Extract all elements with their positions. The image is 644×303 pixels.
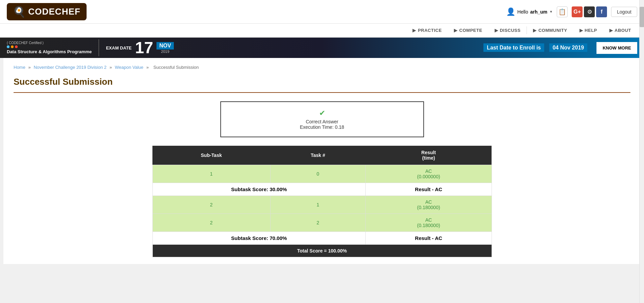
banner-dots [7, 45, 92, 48]
total-row: Total Score = 100.00% [152, 245, 492, 257]
exec-time: Execution Time: 0.18 [235, 124, 410, 130]
check-icon: ✔ [235, 109, 410, 118]
top-bar: 🍳 CODECHEF 👤 Hello arh_um ▼ 📋 G+ ⊙ f Log… [0, 0, 644, 24]
nav-discuss[interactable]: ▶ DISCUSS [489, 24, 527, 37]
cell-subtask: 1 [152, 165, 270, 183]
page-title: Successful Submission [14, 77, 630, 87]
know-more-button[interactable]: KNOW MORE [596, 42, 637, 54]
top-right: 👤 Hello arh_um ▼ 📋 G+ ⊙ f Logout [506, 6, 637, 17]
score-row: Subtask Score: 70.00% Result - AC [152, 232, 492, 245]
exam-day: 17 [135, 40, 153, 56]
cell-task: 0 [270, 165, 366, 183]
cell-subtask: 2 [152, 214, 270, 232]
table-row: 2 1 AC(0.180000) [152, 196, 492, 214]
banner-date-area: EXAM DATE 17 NOV 2019 [106, 40, 174, 56]
nav-practice-label: PRACTICE [418, 28, 442, 33]
dot-blue [7, 45, 10, 48]
logout-button[interactable]: Logout [611, 7, 637, 17]
hello-text: Hello [517, 9, 528, 15]
nav-help[interactable]: ▶ HELP [573, 24, 603, 37]
cell-result: AC(0.000000) [366, 165, 492, 183]
subtask-score-1: Subtask Score: 30.00% [152, 183, 366, 196]
title-divider [14, 92, 630, 93]
user-area: 👤 Hello arh_um ▼ [506, 7, 553, 16]
breadcrumb-problem[interactable]: Weapon Value [115, 65, 143, 70]
social-icons: G+ ⊙ f [572, 6, 607, 17]
google-plus-icon[interactable]: G+ [572, 6, 583, 17]
nav-help-label: HELP [585, 28, 597, 33]
exam-month-year: NOV 2019 [157, 42, 174, 54]
dot-orange [11, 45, 14, 48]
about-arrow: ▶ [609, 28, 613, 33]
result-label: Correct Answer [235, 119, 410, 124]
notes-icon[interactable]: 📋 [557, 6, 568, 17]
nav-discuss-label: DISCUSS [500, 28, 520, 33]
subtask-result-1: Result - AC [366, 183, 492, 196]
banner-certified-text: ( CODECHEF Certified ) [7, 41, 92, 45]
practice-arrow: ▶ [412, 28, 416, 33]
facebook-icon[interactable]: f [596, 6, 607, 17]
score-row: Subtask Score: 30.00% Result - AC [152, 183, 492, 196]
breadcrumb-sep2: » [109, 65, 113, 70]
scrollbar-thumb[interactable] [640, 7, 644, 27]
discuss-arrow: ▶ [495, 28, 498, 33]
total-score: Total Score = 100.00% [152, 245, 492, 257]
result-box: ✔ Correct Answer Execution Time: 0.18 [220, 101, 424, 137]
logo-area: 🍳 CODECHEF [7, 3, 87, 20]
col-task: Task # [270, 146, 366, 165]
breadcrumb-home[interactable]: Home [14, 65, 25, 70]
community-arrow: ▶ [533, 28, 537, 33]
breadcrumb-sep3: » [146, 65, 150, 70]
nav-compete-label: COMPETE [459, 28, 482, 33]
breadcrumb-sep1: » [28, 65, 32, 70]
col-subtask: Sub-Task [152, 146, 270, 165]
nav-community[interactable]: ▶ COMMUNITY [527, 24, 573, 37]
chef-icon: 🍳 [13, 6, 25, 18]
nav-practice[interactable]: ▶ PRACTICE [406, 24, 448, 37]
col-result: Result(time) [366, 146, 492, 165]
user-dropdown-icon[interactable]: ▼ [549, 10, 553, 14]
banner-programme-info: ( CODECHEF Certified ) Data Structure & … [7, 41, 92, 55]
cell-subtask: 2 [152, 196, 270, 214]
table-row: 1 0 AC(0.000000) [152, 165, 492, 183]
nav-compete[interactable]: ▶ COMPETE [448, 24, 488, 37]
exam-year: 2019 [157, 49, 174, 54]
enroll-label: Last Date to Enroll is [483, 43, 544, 52]
dot-red [15, 45, 18, 48]
cell-task: 1 [270, 196, 366, 214]
nav-bar: ▶ PRACTICE ▶ COMPETE ▶ DISCUSS ▶ COMMUNI… [0, 24, 644, 38]
cell-result: AC(0.180000) [366, 214, 492, 232]
enroll-text: Last Date to Enroll is 04 Nov 2019 [482, 45, 589, 51]
cell-result: AC(0.180000) [366, 196, 492, 214]
result-table: Sub-Task Task # Result(time) 1 0 AC(0.00… [152, 146, 492, 257]
banner-separator [98, 39, 99, 56]
nav-community-label: COMMUNITY [538, 28, 567, 33]
logo-box: 🍳 CODECHEF [7, 3, 87, 20]
exam-label: EXAM DATE [106, 45, 132, 50]
cell-task: 2 [270, 214, 366, 232]
breadcrumb-current: Successful Submission [153, 65, 199, 70]
subtask-score-2: Subtask Score: 70.00% [152, 232, 366, 245]
banner-enroll-area: Last Date to Enroll is 04 Nov 2019 KNOW … [482, 42, 637, 54]
breadcrumb-challenge[interactable]: November Challenge 2019 Division 2 [34, 65, 107, 70]
nav-about[interactable]: ▶ ABOUT [603, 24, 637, 37]
banner-programme-text: Data Structure & Algorithms Programme [7, 49, 92, 55]
breadcrumb: Home » November Challenge 2019 Division … [14, 65, 630, 70]
github-icon[interactable]: ⊙ [584, 6, 595, 17]
nav-about-label: ABOUT [614, 28, 631, 33]
user-icon: 👤 [506, 7, 515, 16]
enroll-date: 04 Nov 2019 [549, 43, 588, 52]
logo-text: CODECHEF [28, 6, 80, 17]
subtask-result-2: Result - AC [366, 232, 492, 245]
help-arrow: ▶ [579, 28, 583, 33]
compete-arrow: ▶ [454, 28, 458, 33]
scrollbar-track[interactable] [639, 0, 644, 264]
table-row: 2 2 AC(0.180000) [152, 214, 492, 232]
username: arh_um [530, 9, 548, 15]
promo-banner: ( CODECHEF Certified ) Data Structure & … [0, 38, 644, 58]
exam-month: NOV [157, 42, 174, 49]
main-content: Home » November Challenge 2019 Division … [3, 58, 641, 264]
